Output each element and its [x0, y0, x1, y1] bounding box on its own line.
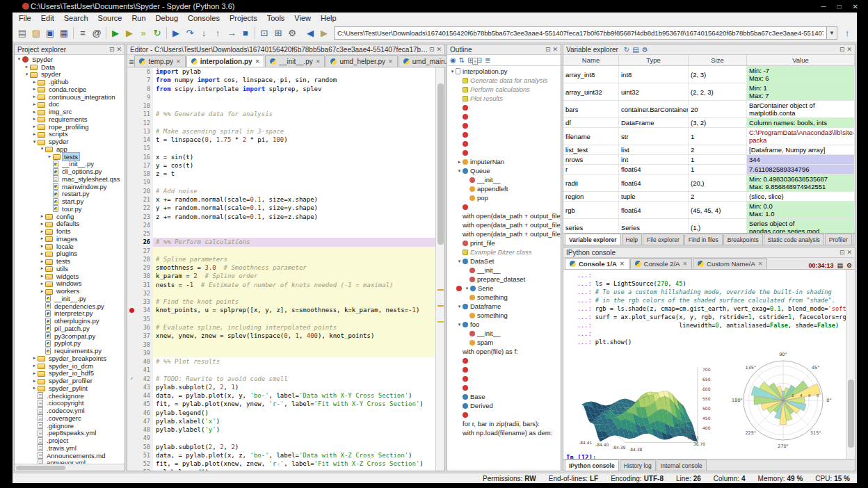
code-line[interactable]: 7from numpy import cos, linspace, pi, si…: [127, 76, 435, 84]
code-line[interactable]: 51data, = pylab.plot(x, z, 'bo-', label=…: [127, 451, 435, 459]
tab-close-icon[interactable]: ✕: [176, 58, 181, 65]
code-line[interactable]: ✓42# TODO: Rewrite to avoid code smell: [127, 375, 435, 383]
outline-item[interactable]: [447, 121, 561, 130]
outline-item-derived[interactable]: Derived: [447, 401, 561, 410]
variable-row-array_int8[interactable]: array_int8int8(2, 3)Min: -7 Max: 6: [563, 66, 855, 83]
close-button[interactable]: ✕: [853, 3, 858, 10]
code-line[interactable]: 18z = t: [127, 170, 435, 178]
variable-row-r[interactable]: rfloat6417.611082589334796: [563, 165, 855, 174]
tab-close-icon[interactable]: ✕: [255, 58, 260, 65]
console-input-prompt[interactable]: In [12]:: [566, 454, 846, 459]
outline-close-button[interactable]: ✕: [552, 46, 558, 53]
pane-tab-variable-explorer[interactable]: Variable explorer: [565, 234, 621, 245]
tree-item-tour-py[interactable]: tour.py: [15, 205, 124, 213]
outline-item-something[interactable]: something: [447, 293, 561, 302]
pane-tab-online-help[interactable]: Online help: [853, 234, 855, 245]
tree-item-spyder[interactable]: ▾spyder: [15, 71, 124, 79]
tree-item-otherplugins-py[interactable]: otherplugins.py: [15, 317, 124, 325]
tree-item-spyder-io-hdf5[interactable]: ▸spyder_io_hdf5: [15, 370, 124, 377]
tree-item-announcements-md[interactable]: Announcements.md: [15, 452, 124, 459]
code-line[interactable]: 10: [127, 101, 435, 110]
tree-item-dependencies-py[interactable]: dependencies.py: [15, 302, 124, 310]
project-close-button[interactable]: ✕: [116, 46, 122, 53]
code-line[interactable]: 28# Spline parameters: [127, 255, 435, 263]
outline-item-with-open-data-path-output-file-n-[interactable]: with open(data_path + output_file_n...: [447, 211, 561, 220]
tree-item-app[interactable]: ▾app: [15, 145, 124, 153]
bottom-tab-history-log[interactable]: History log: [620, 459, 656, 471]
forward-button[interactable]: ▶: [317, 26, 331, 40]
tree-item-spyder-pylint[interactable]: ▸spyder_pylint: [15, 384, 124, 392]
code-line[interactable]: 24: [127, 221, 435, 229]
layout-button[interactable]: ⊞: [271, 26, 285, 40]
menu-projects[interactable]: Projects: [225, 14, 262, 22]
menu-edit[interactable]: Edit: [36, 14, 59, 22]
code-line[interactable]: 41: [127, 366, 435, 374]
code-line[interactable]: 8from scipy.interpolate import splprep, …: [127, 85, 435, 93]
find-symbols-button[interactable]: @: [90, 26, 104, 40]
console-list-icon[interactable]: ▤: [837, 262, 843, 269]
outline-item[interactable]: [447, 103, 561, 112]
tree-item-cli-options-py[interactable]: cli_options.py: [15, 168, 124, 175]
variable-row-rgb[interactable]: rgbfloat64(45, 45, 4)Min: 0.0 Max: 1.0: [563, 202, 855, 219]
maximize-pane-button[interactable]: ⊡: [257, 26, 271, 40]
tree-item-restart-py[interactable]: restart.py: [15, 190, 124, 198]
run-cell-button[interactable]: ▶: [122, 26, 136, 40]
code-line[interactable]: 6import pylab: [127, 67, 435, 76]
pane-tab-help[interactable]: Help: [622, 234, 642, 245]
tree-item-pil-patch-py[interactable]: pil_patch.py: [15, 325, 124, 332]
save-file-button[interactable]: ▣: [43, 26, 57, 40]
step-into-button[interactable]: ↓: [197, 26, 211, 40]
outline-item-appendleft[interactable]: appendleft: [447, 184, 561, 193]
pane-tab-file-explorer[interactable]: File explorer: [643, 234, 684, 245]
outline-item-example-bitzer-class[interactable]: Example Bitzer class: [447, 247, 561, 257]
outline-item[interactable]: [447, 139, 561, 148]
variables-undock-button[interactable]: ⊡: [839, 46, 845, 53]
outline-item-with-np-load-filename-as-dem-[interactable]: with np.load(filename) as dem:: [447, 428, 561, 437]
outline-item-with-open-data-path-output-file-n-[interactable]: with open(data_path + output_file_n...: [447, 220, 561, 229]
tree-item-requirements[interactable]: ▸requirements: [15, 115, 124, 123]
pane-tab-find-in-files[interactable]: Find in files: [684, 234, 723, 245]
code-line[interactable]: 46pylab.legend(): [127, 409, 435, 417]
pane-tab-breakpoints[interactable]: Breakpoints: [723, 234, 763, 245]
code-line[interactable]: 21x += random.normal(scale=0.1, size=x.s…: [127, 195, 435, 204]
code-line[interactable]: 9: [127, 93, 435, 101]
tree-item--ciocopyright[interactable]: .ciocopyright: [15, 400, 124, 407]
outline-item-queue[interactable]: ▾Queue: [447, 166, 561, 175]
code-line[interactable]: 49: [127, 434, 435, 442]
outline-item-something[interactable]: something: [447, 311, 561, 320]
outline-item[interactable]: [447, 148, 561, 157]
re-run-button[interactable]: ↻: [150, 26, 164, 40]
tree-item-spyder[interactable]: ▾spyder: [15, 138, 124, 145]
editor-close-button[interactable]: ✕: [436, 46, 442, 53]
pane-tab-static-code-analysis[interactable]: Static code analysis: [764, 234, 824, 245]
console-scrollbar[interactable]: [846, 270, 855, 459]
tree-item-pyplot-py[interactable]: pyplot.py: [15, 340, 124, 348]
tab-close-icon[interactable]: ✕: [388, 58, 393, 65]
debug-button[interactable]: ▶: [169, 26, 183, 40]
outline-options-button[interactable]: ≣: [485, 56, 490, 64]
tree-item-utils[interactable]: ▸utils: [15, 265, 124, 273]
code-line[interactable]: 48pylab.ylabel('y'): [127, 425, 435, 434]
variables-close-button[interactable]: ✕: [846, 46, 852, 53]
outline-item-for-r-bar-in-zip-radii-bars-[interactable]: for r, bar in zip(radii, bars):: [447, 419, 561, 428]
code-line[interactable]: 37xnew, ynew, znew = splev(linspace(0, 1…: [127, 332, 435, 340]
tree-item-py3compat-py[interactable]: py3compat.py: [15, 332, 124, 340]
editor-tab-interpolation-py[interactable]: interpolation.py✕: [186, 55, 265, 67]
column-header-size[interactable]: Size: [689, 55, 747, 65]
breakpoint-icon[interactable]: [127, 306, 136, 314]
menu-tools[interactable]: Tools: [262, 14, 290, 22]
project-undock-button[interactable]: ⊡: [109, 46, 115, 53]
continue-button[interactable]: →: [225, 26, 239, 40]
tree-item-spyder[interactable]: ▾Spyder: [15, 56, 124, 63]
tree-item-data[interactable]: ▸Data: [15, 63, 124, 71]
variable-row-bars[interactable]: barscontainer.BarContainer20BarContainer…: [563, 101, 855, 118]
stop-button[interactable]: ■: [239, 26, 252, 40]
tree-item--project[interactable]: .project: [15, 437, 124, 444]
variable-row-series[interactable]: seriesSeries(1,)Series object of pandas.…: [563, 219, 855, 233]
outline-item-plot-results[interactable]: Plot results: [447, 94, 561, 103]
code-line[interactable]: 43pylab.subplot(2, 2, 1): [127, 383, 435, 391]
editor-tab--init-py[interactable]: __init__.py✕: [265, 55, 325, 67]
outline-item-base[interactable]: Base: [447, 392, 561, 401]
tab-close-icon[interactable]: ✕: [316, 58, 321, 65]
sort-button[interactable]: ⇅: [459, 56, 465, 64]
